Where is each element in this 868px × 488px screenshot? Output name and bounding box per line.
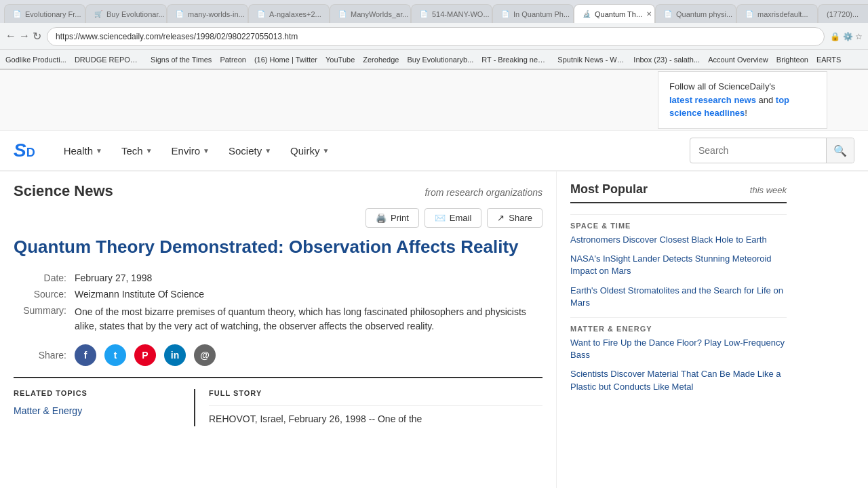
share-icon: ↗: [497, 213, 505, 223]
tab-2[interactable]: 🛒 Buy Evolutionar...: [85, 4, 167, 23]
print-button[interactable]: 🖨️ Print: [366, 208, 419, 228]
tab-4[interactable]: 📄 A-ngalaxes+2...: [248, 4, 330, 23]
full-story-text: REHOVOT, Israel, February 26, 1998 -- On…: [209, 411, 542, 426]
reload-button[interactable]: ↻: [33, 30, 41, 43]
ad-middle: and: [759, 95, 776, 105]
summary-text: One of the most bizarre premises of quan…: [75, 305, 542, 333]
action-buttons: 🖨️ Print ✉️ Email ↗ Share: [14, 208, 542, 228]
tab-10[interactable]: 📄 maxrisdefault...: [736, 4, 818, 23]
ad-content: Follow all of ScienceDaily's latest rese…: [658, 71, 827, 129]
sidebar: Most Popular this week SPACE & TIME Astr…: [556, 171, 800, 488]
sidebar-link-blackhole[interactable]: Astronomers Discover Closest Black Hole …: [570, 234, 787, 246]
nav-health[interactable]: Health ▼: [56, 140, 111, 162]
print-icon: 🖨️: [376, 213, 387, 223]
bookmark-account[interactable]: Account Overview: [708, 56, 768, 64]
source-row: Source: Weizmann Institute Of Science: [14, 289, 542, 300]
tab-8-active[interactable]: 🔬 Quantum Th... ✕: [574, 4, 655, 23]
sidebar-link-dancefloor[interactable]: Want to Fire Up the Dance Floor? Play Lo…: [570, 337, 787, 361]
most-popular-title: Most Popular: [570, 182, 648, 197]
search-button[interactable]: 🔍: [826, 138, 854, 163]
bookmark-patreon[interactable]: Patreon: [220, 56, 246, 64]
bookmark-sputnik[interactable]: Sputnik News - Wo...: [557, 56, 625, 64]
full-story-divider: [209, 405, 542, 406]
article-title: Quantum Theory Demonstrated: Observation…: [14, 236, 542, 259]
nav-health-label: Health: [64, 145, 93, 157]
tab-9[interactable]: 📄 Quantum physi...: [655, 4, 736, 23]
from-org: from research organizations: [425, 187, 542, 198]
sidebar-link-insight[interactable]: NASA's InSight Lander Detects Stunning M…: [570, 253, 787, 277]
bookmark-signs[interactable]: Signs of the Times: [151, 56, 212, 64]
site-header: SD Health ▼ Tech ▼ Enviro ▼ Society ▼ Qu…: [0, 131, 868, 171]
email-label: Email: [450, 213, 472, 223]
share-pinterest[interactable]: P: [134, 344, 156, 366]
sidebar-category-space: SPACE & TIME: [570, 214, 787, 230]
url-bar[interactable]: https://www.sciencedaily.com/releases/19…: [47, 27, 825, 46]
related-item-matter[interactable]: Matter & Energy: [14, 405, 180, 416]
nav-buttons: ← → ↻: [5, 30, 41, 43]
bookmark-brighteon[interactable]: Brighteon: [776, 56, 808, 64]
nav-enviro-arrow: ▼: [203, 147, 210, 155]
nav-enviro[interactable]: Enviro ▼: [163, 140, 218, 162]
bookmark-inbox[interactable]: Inbox (23) - salath...: [633, 56, 700, 64]
share-button[interactable]: ↗ Share: [487, 208, 542, 228]
bookmarks-bar: Godlike Producti... DRUDGE REPORT 2... S…: [0, 50, 868, 69]
ad-text: Follow all of ScienceDaily's: [669, 81, 775, 92]
bookmark-rt[interactable]: RT - Breaking news...: [481, 56, 549, 64]
bookmark-drudge[interactable]: DRUDGE REPORT 2...: [75, 56, 142, 64]
logo-s: S: [14, 140, 26, 161]
nav-society-arrow: ▼: [264, 147, 271, 155]
tab-11[interactable]: (17720)...: [818, 4, 868, 23]
ad-link1[interactable]: latest research news: [669, 95, 756, 105]
share-twitter[interactable]: t: [104, 344, 126, 366]
forward-button[interactable]: →: [19, 30, 30, 43]
email-button[interactable]: ✉️ Email: [425, 208, 482, 228]
email-icon: ✉️: [435, 213, 446, 223]
nav-health-arrow: ▼: [96, 147, 102, 155]
tab-1[interactable]: 📄 Evolutionary Fr...: [4, 4, 85, 23]
bookmark-godlike[interactable]: Godlike Producti...: [5, 56, 66, 64]
bottom-sections: RELATED TOPICS Matter & Energy FULL STOR…: [14, 377, 542, 426]
nav-quirky-arrow: ▼: [322, 147, 329, 155]
summary-row: Summary: One of the most bizarre premise…: [14, 305, 542, 333]
nav-tech-arrow: ▼: [146, 147, 153, 155]
share-facebook[interactable]: f: [75, 344, 96, 366]
nav-society[interactable]: Society ▼: [220, 140, 279, 162]
nav-quirky-label: Quirky: [290, 145, 319, 157]
most-popular-header: Most Popular this week: [570, 182, 787, 203]
search-input[interactable]: [690, 141, 826, 160]
bookmark-evolutionary[interactable]: Buy Evolutionaryb...: [407, 56, 473, 64]
tab-6[interactable]: 📄 514-MANY-WO...: [411, 4, 492, 23]
share-email[interactable]: @: [194, 344, 216, 366]
related-topics: RELATED TOPICS Matter & Energy: [14, 389, 180, 426]
time-period: this week: [750, 185, 787, 195]
bookmark-zerohedge[interactable]: Zerohedge: [363, 56, 399, 64]
search-container: 🔍: [690, 138, 854, 163]
tab-5[interactable]: 📄 ManyWorlds_ar...: [330, 4, 411, 23]
print-label: Print: [391, 213, 409, 223]
sidebar-link-material[interactable]: Scientists Discover Material That Can Be…: [570, 368, 787, 392]
related-topics-heading: RELATED TOPICS: [14, 389, 180, 397]
share-linkedin[interactable]: in: [164, 344, 186, 366]
tab-3[interactable]: 📄 many-worlds-in...: [167, 4, 248, 23]
share-label: Share: [509, 213, 532, 223]
sidebar-link-stromatolites[interactable]: Earth's Oldest Stromatolites and the Sea…: [570, 285, 787, 309]
share-icons: f t P in @: [75, 344, 216, 366]
science-news-header: Science News from research organizations: [14, 182, 542, 200]
address-bar: ← → ↻ https://www.sciencedaily.com/relea…: [0, 23, 868, 50]
bookmark-twitter[interactable]: (16) Home | Twitter: [254, 56, 317, 64]
nav-menu: Health ▼ Tech ▼ Enviro ▼ Society ▼ Quirk…: [56, 140, 690, 162]
logo[interactable]: SD: [14, 140, 35, 161]
date-row: Date: February 27, 1998: [14, 272, 542, 283]
nav-enviro-label: Enviro: [172, 145, 201, 157]
ad-banner: Follow all of ScienceDaily's latest rese…: [0, 70, 868, 131]
browser-tabs: 📄 Evolutionary Fr... 🛒 Buy Evolutionar..…: [0, 0, 868, 23]
share-row: Share: f t P in @: [14, 344, 542, 366]
tab-7[interactable]: 📄 In Quantum Ph...: [492, 4, 574, 23]
nav-society-label: Society: [229, 145, 262, 157]
nav-quirky[interactable]: Quirky ▼: [282, 140, 337, 162]
bookmark-youtube[interactable]: YouTube: [326, 56, 355, 64]
back-button[interactable]: ←: [5, 30, 16, 43]
bookmark-earts[interactable]: EARTS: [816, 56, 841, 64]
full-story: FULL STORY REHOVOT, Israel, February 26,…: [194, 389, 542, 426]
nav-tech[interactable]: Tech ▼: [113, 140, 161, 162]
